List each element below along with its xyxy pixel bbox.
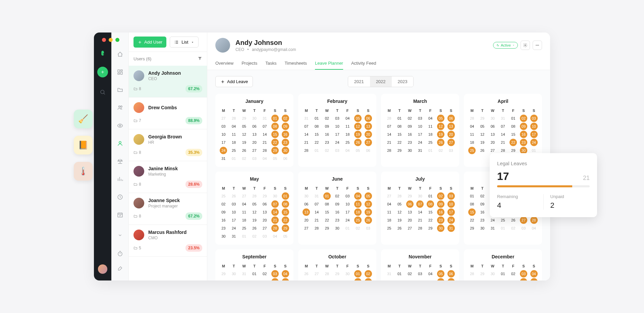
day-cell[interactable]: 19 bbox=[365, 208, 372, 216]
day-cell[interactable]: 20 bbox=[447, 131, 455, 138]
day-cell[interactable]: 16 bbox=[520, 131, 527, 138]
day-cell[interactable]: 03 bbox=[303, 278, 310, 280]
day-cell[interactable]: 10 bbox=[520, 278, 527, 280]
day-cell[interactable]: 22 bbox=[271, 139, 279, 146]
day-cell[interactable]: 26 bbox=[251, 225, 258, 232]
day-cell[interactable]: 24 bbox=[344, 216, 351, 224]
day-cell[interactable]: 21 bbox=[271, 216, 279, 224]
day-cell[interactable]: 12 bbox=[251, 208, 258, 216]
day-cell[interactable]: 23 bbox=[437, 216, 444, 224]
day-cell[interactable]: 02 bbox=[479, 192, 486, 200]
day-cell[interactable]: 05 bbox=[240, 123, 248, 130]
day-cell[interactable]: 10 bbox=[271, 278, 279, 280]
day-cell[interactable]: 25 bbox=[354, 216, 362, 224]
day-cell[interactable]: 04 bbox=[313, 278, 320, 280]
day-cell[interactable]: 07 bbox=[303, 123, 310, 130]
clock-icon[interactable] bbox=[115, 192, 125, 202]
day-cell[interactable]: 02 bbox=[365, 270, 372, 277]
day-cell[interactable]: 05 bbox=[479, 123, 486, 130]
day-cell[interactable]: 06 bbox=[251, 123, 258, 130]
day-cell[interactable]: 24 bbox=[530, 139, 538, 146]
day-cell[interactable]: 02 bbox=[282, 115, 289, 122]
day-cell[interactable]: 15 bbox=[313, 131, 320, 138]
tab-tasks[interactable]: Tasks bbox=[265, 57, 276, 70]
day-cell[interactable]: 08 bbox=[282, 200, 289, 208]
day-cell[interactable]: 04 bbox=[530, 270, 538, 277]
day-cell[interactable]: 21 bbox=[385, 139, 393, 146]
day-cell[interactable]: 12 bbox=[437, 278, 444, 280]
day-cell[interactable]: 24 bbox=[447, 216, 455, 224]
day-cell[interactable]: 10 bbox=[447, 200, 455, 208]
day-cell[interactable]: 21 bbox=[261, 139, 268, 146]
day-cell[interactable]: 11 bbox=[427, 123, 434, 130]
day-cell[interactable]: 18 bbox=[354, 208, 362, 216]
day-cell[interactable]: 16 bbox=[406, 131, 414, 138]
day-cell[interactable]: 05 bbox=[437, 115, 444, 122]
scales-icon[interactable] bbox=[115, 156, 125, 166]
day-cell[interactable]: 04 bbox=[240, 200, 248, 208]
filter-icon[interactable] bbox=[198, 56, 202, 62]
day-cell[interactable]: 19 bbox=[396, 216, 403, 224]
day-cell[interactable]: 07 bbox=[271, 200, 279, 208]
day-cell[interactable]: 10 bbox=[344, 200, 351, 208]
day-cell[interactable]: 25 bbox=[230, 147, 237, 154]
day-cell[interactable]: 25 bbox=[499, 216, 506, 224]
day-cell[interactable]: 13 bbox=[303, 208, 310, 216]
tab-leave-planner[interactable]: Leave Planner bbox=[315, 57, 343, 70]
clients-icon[interactable] bbox=[115, 67, 125, 77]
day-cell[interactable]: 11 bbox=[468, 131, 476, 138]
day-cell[interactable]: 05 bbox=[437, 270, 444, 277]
day-cell[interactable]: 25 bbox=[427, 139, 434, 146]
day-cell[interactable]: 22 bbox=[509, 139, 517, 146]
day-cell[interactable]: 31 bbox=[416, 147, 424, 154]
day-cell[interactable]: 25 bbox=[344, 139, 351, 146]
day-cell[interactable]: 11 bbox=[282, 278, 289, 280]
day-cell[interactable]: 11 bbox=[530, 278, 538, 280]
day-cell[interactable]: 19 bbox=[251, 216, 258, 224]
day-cell[interactable]: 07 bbox=[385, 278, 393, 280]
user-item[interactable]: Marcus RashfordCMO 523.5% bbox=[129, 225, 207, 257]
day-cell[interactable]: 04 bbox=[385, 200, 393, 208]
day-cell[interactable]: 18 bbox=[385, 216, 393, 224]
day-cell[interactable]: 04 bbox=[344, 115, 351, 122]
day-cell[interactable]: 28 bbox=[271, 225, 279, 232]
day-cell[interactable]: 01 bbox=[251, 270, 258, 277]
day-cell[interactable]: 26 bbox=[509, 216, 517, 224]
chevron-down-icon[interactable] bbox=[115, 231, 125, 240]
day-cell[interactable]: 31 bbox=[447, 225, 455, 232]
day-cell[interactable]: 29 bbox=[282, 225, 289, 232]
day-cell[interactable]: 17 bbox=[344, 208, 351, 216]
day-cell[interactable]: 22 bbox=[313, 139, 320, 146]
day-cell[interactable]: 18 bbox=[468, 139, 476, 146]
day-cell[interactable]: 12 bbox=[437, 123, 444, 130]
user-item[interactable]: Joanne SpeckProject manager 867.2% bbox=[129, 193, 207, 225]
day-cell[interactable]: 02 bbox=[520, 115, 527, 122]
day-cell[interactable]: 06 bbox=[333, 278, 341, 280]
day-cell[interactable]: 17 bbox=[230, 216, 237, 224]
day-cell[interactable]: 09 bbox=[437, 200, 444, 208]
day-cell[interactable]: 14 bbox=[261, 131, 268, 138]
day-cell[interactable]: 14 bbox=[271, 208, 279, 216]
day-cell[interactable]: 29 bbox=[468, 225, 476, 232]
day-cell[interactable]: 12 bbox=[240, 131, 248, 138]
status-badge[interactable]: Active bbox=[493, 42, 518, 49]
day-cell[interactable]: 04 bbox=[427, 270, 434, 277]
day-cell[interactable]: 07 bbox=[385, 123, 393, 130]
day-cell[interactable]: 07 bbox=[416, 200, 424, 208]
day-cell[interactable]: 26 bbox=[365, 216, 372, 224]
day-cell[interactable]: 26 bbox=[354, 139, 362, 146]
day-cell[interactable]: 23 bbox=[479, 216, 486, 224]
day-cell[interactable]: 20 bbox=[251, 139, 258, 146]
day-cell[interactable]: 28 bbox=[385, 147, 393, 154]
day-cell[interactable]: 30 bbox=[282, 147, 289, 154]
day-cell[interactable]: 25 bbox=[240, 225, 248, 232]
day-cell[interactable]: 13 bbox=[447, 123, 455, 130]
day-cell[interactable]: 27 bbox=[520, 216, 527, 224]
day-cell[interactable]: 03 bbox=[230, 200, 237, 208]
day-cell[interactable]: 15 bbox=[468, 208, 476, 216]
day-cell[interactable]: 26 bbox=[240, 147, 248, 154]
user-item[interactable]: Georgia BrownHR 835.3% bbox=[129, 129, 207, 161]
day-cell[interactable]: 05 bbox=[354, 115, 362, 122]
day-cell[interactable]: 15 bbox=[271, 131, 279, 138]
day-cell[interactable]: 10 bbox=[416, 278, 424, 280]
